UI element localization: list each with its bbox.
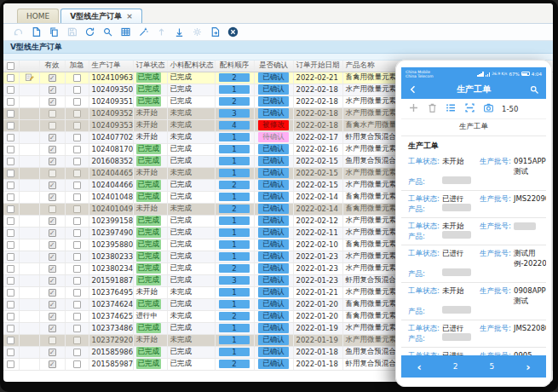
copy-icon[interactable] (46, 26, 61, 39)
back-chevron-icon[interactable] (408, 82, 418, 98)
valid-checkbox[interactable]: ✓ (49, 265, 56, 273)
edit-icon[interactable] (25, 75, 34, 84)
close-circle-icon[interactable] (225, 26, 240, 39)
row-checkbox[interactable] (7, 289, 14, 297)
undo-icon[interactable] (10, 26, 26, 39)
urgent-checkbox[interactable] (73, 182, 81, 189)
valid-checkbox[interactable]: ✓ (49, 349, 56, 356)
row-checkbox[interactable] (7, 158, 14, 165)
total-pages[interactable]: 5 (489, 362, 494, 371)
row-checkbox[interactable] (7, 301, 14, 308)
header-seq[interactable]: 配料顺序 (215, 61, 254, 72)
row-checkbox[interactable] (7, 98, 14, 106)
row-checkbox[interactable] (7, 122, 14, 130)
prev-page-chevron-icon[interactable]: ‹ (417, 360, 421, 373)
row-checkbox[interactable] (7, 360, 14, 368)
valid-checkbox[interactable]: ✓ (49, 158, 56, 165)
valid-checkbox[interactable]: ✓ (49, 325, 56, 332)
urgent-checkbox[interactable] (73, 74, 81, 82)
header-status[interactable]: 订单状态 (133, 61, 167, 72)
row-checkbox[interactable] (7, 253, 14, 261)
row-checkbox[interactable] (7, 86, 14, 94)
row-checkbox[interactable] (7, 170, 14, 177)
header-valid[interactable]: 有效 (39, 61, 65, 72)
valid-checkbox[interactable]: ✓ (49, 289, 56, 297)
valid-checkbox[interactable] (49, 170, 56, 177)
urgent-checkbox[interactable] (73, 86, 81, 94)
urgent-checkbox[interactable] (73, 158, 81, 165)
valid-checkbox[interactable] (49, 122, 56, 130)
urgent-checkbox[interactable] (73, 146, 81, 153)
urgent-checkbox[interactable] (73, 217, 81, 225)
valid-checkbox[interactable]: ✓ (49, 146, 56, 153)
urgent-checkbox[interactable] (73, 301, 81, 308)
valid-checkbox[interactable]: ✓ (49, 301, 56, 308)
export-icon[interactable] (207, 26, 222, 39)
current-page[interactable]: 2 (453, 362, 458, 371)
valid-checkbox[interactable]: ✓ (49, 241, 56, 249)
valid-checkbox[interactable]: ✓ (49, 134, 56, 141)
refresh-icon[interactable] (82, 26, 97, 39)
trash-icon[interactable] (427, 101, 438, 117)
save-icon[interactable] (64, 26, 79, 39)
valid-checkbox[interactable]: ✓ (49, 313, 56, 320)
row-checkbox[interactable] (7, 277, 14, 285)
plus-icon[interactable] (408, 101, 419, 117)
scan-icon[interactable] (464, 101, 475, 117)
work-order-item[interactable]: 工单状态:已进行生产批号:JMS220804产品: (401, 320, 546, 348)
row-checkbox[interactable] (7, 134, 14, 141)
valid-checkbox[interactable]: ✓ (49, 74, 56, 82)
select-all-header[interactable] (3, 61, 19, 72)
header-start-date[interactable]: 订单开始日期 (293, 61, 342, 72)
row-checkbox[interactable] (7, 205, 14, 213)
urgent-checkbox[interactable] (73, 325, 81, 332)
tab-home[interactable]: HOME (17, 9, 59, 23)
row-checkbox[interactable] (7, 337, 14, 344)
urgent-checkbox[interactable] (73, 349, 81, 356)
settings-icon[interactable] (189, 26, 204, 39)
header-urgent[interactable]: 加急 (65, 61, 89, 72)
header-confirm[interactable]: 是否确认 (254, 61, 293, 72)
valid-checkbox[interactable]: ✓ (49, 182, 56, 189)
upload-icon[interactable] (153, 26, 169, 39)
row-checkbox[interactable] (7, 349, 14, 356)
valid-checkbox[interactable]: ✓ (49, 86, 56, 94)
list-icon[interactable] (446, 101, 457, 117)
valid-checkbox[interactable]: ✓ (49, 253, 56, 261)
filter-wand-icon[interactable] (135, 26, 151, 39)
urgent-checkbox[interactable] (73, 122, 81, 130)
work-order-item[interactable]: 工单状态:未开始生产批号:0908APP测试产品: (401, 283, 546, 320)
row-checkbox[interactable] (7, 265, 14, 273)
valid-checkbox[interactable] (49, 110, 56, 118)
urgent-checkbox[interactable] (73, 134, 81, 141)
row-checkbox[interactable] (7, 146, 14, 153)
urgent-checkbox[interactable] (73, 98, 81, 106)
urgent-checkbox[interactable] (73, 265, 81, 273)
valid-checkbox[interactable]: ✓ (49, 217, 56, 225)
camera-icon[interactable] (483, 101, 494, 117)
row-checkbox[interactable] (7, 74, 14, 82)
row-checkbox[interactable] (7, 110, 14, 118)
urgent-checkbox[interactable] (73, 253, 81, 261)
valid-checkbox[interactable]: ✓ (49, 360, 56, 368)
urgent-checkbox[interactable] (73, 205, 81, 213)
work-order-item[interactable]: 工单状态:已进行生产批号:测试用例-20220908产品: (401, 245, 546, 283)
urgent-checkbox[interactable] (73, 360, 81, 368)
urgent-checkbox[interactable] (73, 193, 81, 201)
work-order-item[interactable]: 工单状态:已进行生产批号:JMS220902产品: (401, 191, 546, 218)
row-checkbox[interactable] (7, 241, 14, 249)
row-checkbox[interactable] (7, 325, 14, 332)
table-icon[interactable] (118, 26, 133, 39)
valid-checkbox[interactable] (49, 205, 56, 213)
row-checkbox[interactable] (7, 182, 14, 189)
urgent-checkbox[interactable] (73, 337, 81, 344)
select-all-checkbox[interactable] (7, 62, 14, 70)
download-icon[interactable] (171, 26, 187, 39)
valid-checkbox[interactable]: ✓ (49, 277, 56, 285)
work-order-item[interactable]: 工单状态:未开始生产批号:0915APP测试产品: (401, 153, 546, 191)
next-page-chevron-icon[interactable]: › (526, 360, 530, 373)
urgent-checkbox[interactable] (73, 313, 81, 320)
header-order[interactable]: 生产订单 (89, 61, 133, 72)
search-icon[interactable] (529, 82, 539, 98)
row-checkbox[interactable] (7, 193, 14, 201)
